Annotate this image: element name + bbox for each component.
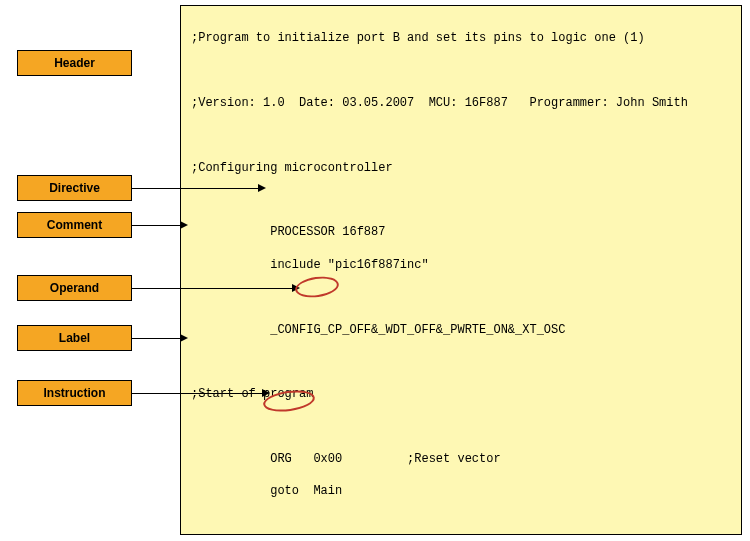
arrow-directive [132,188,258,189]
code-line: include "pic16f887inc" [191,258,429,272]
label-label: Label [17,325,132,351]
arrow-head-comment [180,221,188,229]
code-line: goto Main [191,484,342,498]
label-directive: Directive [17,175,132,201]
label-comment: Comment [17,212,132,238]
code-line: ;Program to initialize port B and set it… [191,31,645,45]
label-operand: Operand [17,275,132,301]
arrow-comment [132,225,180,226]
arrow-label [132,338,180,339]
code-line: ;Configuring microcontroller [191,161,393,175]
label-instruction: Instruction [17,380,132,406]
code-line: _CONFIG_CP_OFF&_WDT_OFF&_PWRTE_ON&_XT_OS… [191,323,565,337]
arrow-operand [132,288,292,289]
arrow-instruction [132,393,262,394]
label-header: Header [17,50,132,76]
arrow-head-directive [258,184,266,192]
code-line: PROCESSOR 16f887 [191,225,385,239]
arrow-head-label [180,334,188,342]
code-line: ORG 0x00 ;Reset vector [191,452,501,466]
code-panel: ;Program to initialize port B and set it… [180,5,742,535]
code-line: ;Version: 1.0 Date: 03.05.2007 MCU: 16F8… [191,96,688,110]
